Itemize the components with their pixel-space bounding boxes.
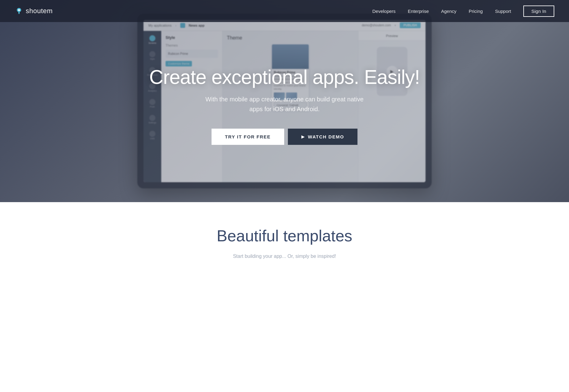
shoutem-logo-icon xyxy=(15,7,23,15)
nav-developers[interactable]: Developers xyxy=(372,9,395,14)
nav-enterprise[interactable]: Enterprise xyxy=(408,9,429,14)
svg-point-0 xyxy=(18,9,20,11)
hero-subtitle: With the mobile app creator, anyone can … xyxy=(199,94,370,114)
watch-demo-play-icon: ▶ xyxy=(301,134,305,139)
watch-demo-button[interactable]: ▶ WATCH DEMO xyxy=(288,129,358,145)
hero-title: Create exceptional apps. Easily! xyxy=(149,66,420,88)
hero-overlay: Create exceptional apps. Easily! With th… xyxy=(0,0,569,202)
signin-button[interactable]: Sign In xyxy=(523,6,554,17)
logo[interactable]: shoutem xyxy=(15,7,53,15)
templates-title: Beautiful templates xyxy=(15,227,554,245)
nav-links: Developers Enterprise Agency Pricing Sup… xyxy=(372,6,554,17)
nav-agency[interactable]: Agency xyxy=(441,9,456,14)
templates-subtitle: Start building your app... Or, simply be… xyxy=(223,252,346,260)
nav-pricing[interactable]: Pricing xyxy=(469,9,483,14)
logo-text: shoutem xyxy=(26,7,53,15)
nav-support[interactable]: Support xyxy=(495,9,511,14)
templates-section: Beautiful templates Start building your … xyxy=(0,202,569,279)
hero-section: My applications › News app demo@shoutem.… xyxy=(0,0,569,202)
hero-buttons: TRY IT FOR FREE ▶ WATCH DEMO xyxy=(212,129,358,145)
navbar: shoutem Developers Enterprise Agency Pri… xyxy=(0,0,569,22)
watch-demo-label: WATCH DEMO xyxy=(308,134,344,139)
try-free-button[interactable]: TRY IT FOR FREE xyxy=(212,129,284,145)
